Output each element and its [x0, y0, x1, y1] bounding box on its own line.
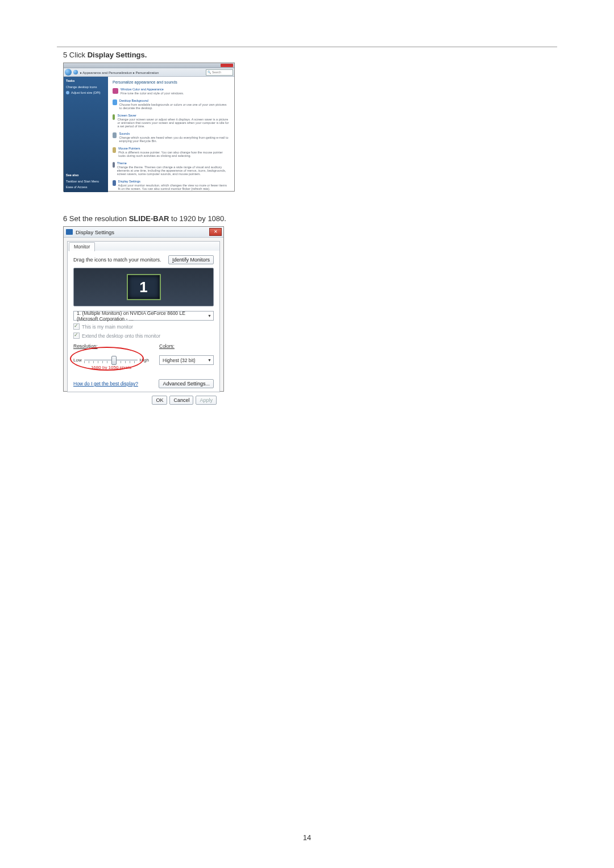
monitor-1[interactable]: 1 [127, 274, 161, 300]
drag-hint: Drag the icons to match your monitors. [73, 257, 161, 263]
step-5: 5 Click Display Settings. [63, 51, 557, 59]
search-input[interactable]: 🔍 Search [206, 69, 233, 76]
breadcrumb[interactable]: ▸ Appearance and Personalization ▸ Perso… [80, 70, 159, 74]
help-link[interactable]: How do I get the best display? [73, 381, 138, 387]
monitor-icon [66, 229, 73, 235]
chevron-down-icon: ▼ [208, 358, 211, 362]
paint-icon [113, 88, 118, 94]
link-display-settings[interactable]: Display SettingsAdjust your monitor reso… [113, 180, 230, 190]
link-window-color[interactable]: Window Color and AppearanceFine tune the… [113, 88, 230, 95]
resolution-slider[interactable]: Low High [73, 356, 149, 364]
close-icon[interactable]: ✕ [209, 228, 222, 236]
dialog-titlebar: Display Settings ✕ [64, 227, 223, 238]
sidebar-item[interactable]: Taskbar and Start Menu [66, 180, 106, 183]
main-panel: Personalize appearance and sounds Window… [108, 77, 234, 192]
theme-icon [113, 162, 115, 168]
checkbox-icon [73, 323, 80, 330]
window-titlebar [64, 63, 234, 68]
display-settings-dialog: Display Settings ✕ Monitor Drag the icon… [63, 226, 224, 392]
panel-heading: Personalize appearance and sounds [113, 80, 230, 84]
cancel-button[interactable]: Cancel [169, 396, 193, 405]
colors-label: Colors: [159, 343, 175, 349]
checkbox-main-monitor: This is my main monitor [73, 323, 214, 330]
sidebar-item[interactable]: Ease of Access [66, 185, 106, 189]
apply-button: Apply [196, 396, 217, 405]
link-mouse-pointers[interactable]: Mouse PointersPick a different mouse poi… [113, 147, 230, 157]
search-icon: 🔍 [208, 70, 211, 74]
sidebar-item[interactable]: Adjust font size (DPI) [66, 91, 106, 94]
picture-icon [113, 99, 117, 105]
link-theme[interactable]: ThemeChange the theme. Themes can change… [113, 161, 230, 176]
speaker-icon [113, 132, 117, 138]
monitor-icon [113, 180, 116, 186]
identify-monitors-button[interactable]: Identify Monitors [168, 255, 214, 264]
checkbox-icon [73, 333, 80, 339]
address-bar: ▸ Appearance and Personalization ▸ Perso… [64, 68, 234, 77]
tab-monitor[interactable]: Monitor [69, 242, 95, 251]
ok-button[interactable]: OK [152, 396, 167, 405]
back-icon[interactable] [65, 69, 72, 76]
link-sounds[interactable]: SoundsChange which sounds are heard when… [113, 132, 230, 143]
chevron-down-icon: ▼ [208, 314, 211, 318]
sidebar-header: Tasks [66, 79, 106, 82]
monitor-layout-area[interactable]: 1 [73, 268, 214, 306]
sidebar-bottom-header: See also [66, 173, 106, 177]
checkbox-extend-desktop: Extend the desktop onto this monitor [73, 333, 214, 339]
sidebar-item[interactable]: Change desktop icons [66, 85, 106, 89]
page-number: 14 [0, 833, 614, 842]
link-desktop-background[interactable]: Desktop BackgroundChoose from available … [113, 99, 230, 110]
mouse-icon [113, 147, 116, 153]
step-6: 6 Set the resolution SLIDE-BAR to 1920 b… [63, 214, 557, 223]
resolution-label: Resolution: [73, 343, 98, 349]
close-icon[interactable] [221, 64, 233, 67]
colors-select[interactable]: Highest (32 bit)▼ [159, 355, 214, 365]
bullet-icon [66, 91, 69, 94]
dialog-title: Display Settings [76, 229, 114, 235]
forward-icon[interactable] [73, 70, 78, 74]
screensaver-icon [113, 114, 115, 120]
sidebar: Tasks Change desktop icons Adjust font s… [64, 77, 108, 192]
advanced-settings-button[interactable]: Advanced Settings... [159, 379, 214, 388]
link-screen-saver[interactable]: Screen SaverChange your screen saver or … [113, 114, 230, 128]
resolution-value: 1680 by 1050 pixels [73, 365, 149, 370]
monitor-select[interactable]: 1. (Multiple Monitors) on NVIDIA GeForce… [73, 311, 214, 321]
personalization-window: ▸ Appearance and Personalization ▸ Perso… [63, 63, 235, 192]
